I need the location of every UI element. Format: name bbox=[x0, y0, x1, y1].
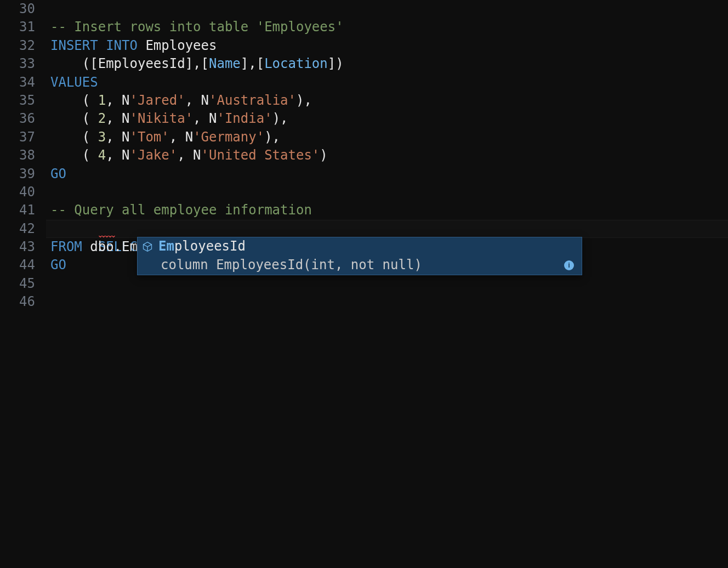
line-number: 37 bbox=[0, 128, 35, 146]
sql-number: 4 bbox=[98, 147, 106, 163]
info-icon[interactable]: i bbox=[564, 260, 574, 270]
intellisense-popup[interactable]: EmployeesId column EmployeesId(int, not … bbox=[137, 237, 582, 275]
code-line[interactable] bbox=[50, 293, 728, 311]
sql-keyword: GO bbox=[50, 166, 66, 181]
code-line[interactable]: -- Insert rows into table 'Employees' bbox=[50, 18, 728, 36]
code-line[interactable]: ( 4, N'Jake', N'United States') bbox=[50, 146, 728, 164]
sql-number: 2 bbox=[98, 111, 106, 126]
field-icon bbox=[142, 241, 153, 252]
line-number: 36 bbox=[0, 110, 35, 128]
intellisense-detail-text: column EmployeesId(int, not null) bbox=[161, 256, 422, 274]
code-line[interactable]: ( 1, N'Jared', N'Australia'), bbox=[50, 92, 728, 110]
sql-keyword: INSERT bbox=[50, 38, 98, 53]
sql-string: 'Nikita' bbox=[130, 111, 194, 126]
code-line[interactable] bbox=[50, 0, 728, 18]
line-number: 30 bbox=[0, 0, 35, 18]
code-line[interactable] bbox=[50, 275, 728, 293]
line-number: 31 bbox=[0, 18, 35, 36]
sql-column: EmployeesId bbox=[98, 56, 185, 71]
line-number: 34 bbox=[0, 73, 35, 92]
sql-string: 'Tom' bbox=[130, 129, 169, 145]
line-number: 35 bbox=[0, 92, 35, 110]
code-line[interactable]: -- Query all employee information bbox=[50, 201, 728, 219]
sql-column: Name bbox=[209, 56, 241, 71]
code-line[interactable]: INSERT INTO Employees bbox=[50, 37, 728, 55]
line-number: 46 bbox=[0, 293, 35, 311]
intellisense-label: EmployeesId bbox=[158, 237, 246, 255]
sql-comment: -- Insert rows into table 'Employees' bbox=[50, 19, 344, 35]
sql-number: 1 bbox=[98, 93, 106, 108]
error-squiggle bbox=[99, 236, 115, 237]
line-number: 43 bbox=[0, 238, 35, 256]
line-number: 44 bbox=[0, 256, 35, 274]
code-line[interactable] bbox=[50, 183, 728, 201]
sql-keyword: INTO bbox=[106, 38, 138, 53]
code-line[interactable]: GO bbox=[50, 165, 728, 183]
intellisense-detail: column EmployeesId(int, not null) i bbox=[138, 256, 582, 275]
sql-keyword: FROM bbox=[50, 239, 82, 254]
line-number: 40 bbox=[0, 183, 35, 201]
sql-column: Location bbox=[264, 56, 328, 71]
code-line[interactable]: VALUES bbox=[50, 73, 728, 92]
line-number: 38 bbox=[0, 146, 35, 164]
line-number: 39 bbox=[0, 165, 35, 183]
line-number: 45 bbox=[0, 275, 35, 293]
line-number-gutter: 3031323334353637383940414243444546 bbox=[0, 0, 50, 568]
line-number: 33 bbox=[0, 55, 35, 73]
sql-number: 3 bbox=[98, 129, 106, 145]
sql-identifier: Employees bbox=[145, 38, 217, 53]
code-line[interactable]: ([EmployeesId],[Name],[Location]) bbox=[50, 55, 728, 73]
sql-keyword: VALUES bbox=[50, 75, 98, 90]
sql-string: 'Jared' bbox=[130, 93, 185, 108]
line-number: 32 bbox=[0, 37, 35, 55]
code-line-current[interactable]: SELECT e.em bbox=[46, 220, 728, 238]
line-number: 41 bbox=[0, 201, 35, 219]
sql-string: 'Germany' bbox=[193, 129, 264, 145]
code-editor[interactable]: 3031323334353637383940414243444546 -- In… bbox=[0, 0, 728, 568]
sql-string: 'Jake' bbox=[130, 147, 178, 163]
line-number: 42 bbox=[0, 220, 35, 238]
sql-keyword: GO bbox=[50, 257, 66, 272]
sql-string: 'India' bbox=[217, 111, 272, 126]
code-area[interactable]: -- Insert rows into table 'Employees' IN… bbox=[50, 0, 728, 568]
sql-identifier: dbo.Em bbox=[82, 239, 138, 254]
code-line[interactable]: ( 2, N'Nikita', N'India'), bbox=[50, 110, 728, 128]
sql-string: 'Australia' bbox=[209, 93, 296, 108]
sql-comment: -- Query all employee information bbox=[50, 202, 312, 218]
code-line[interactable]: ( 3, N'Tom', N'Germany'), bbox=[50, 128, 728, 146]
intellisense-item[interactable]: EmployeesId bbox=[138, 237, 582, 256]
sql-string: 'United States' bbox=[201, 147, 320, 163]
